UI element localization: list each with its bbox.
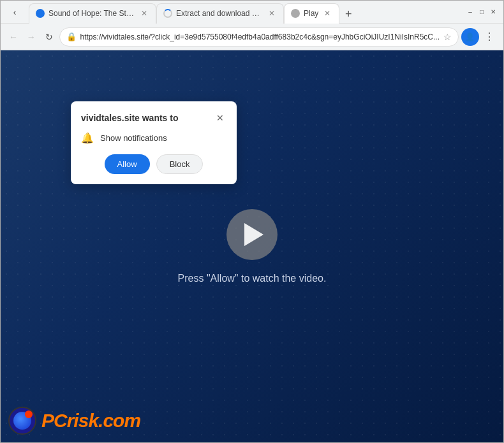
tab-3-close[interactable]: ✕: [322, 8, 332, 18]
nav-right-controls: 👤 ⋮: [461, 28, 498, 46]
back-button[interactable]: ‹: [6, 3, 24, 21]
pcrisk-logo-icon: [8, 407, 36, 435]
play-button[interactable]: [226, 209, 278, 260]
popup-close-button[interactable]: ✕: [214, 112, 226, 124]
window-controls: ‹: [6, 3, 24, 21]
play-triangle-icon: [244, 223, 263, 246]
tab-1[interactable]: Sound of Hope: The Story of... ✕: [29, 3, 156, 24]
popup-buttons: Allow Block: [81, 154, 226, 174]
popup-title: vividtales.site wants to: [81, 113, 179, 123]
back-nav-button[interactable]: ←: [6, 28, 21, 46]
url-text: https://vividtales.site/?click_id=3e9d57…: [80, 33, 440, 41]
popup-header: vividtales.site wants to ✕: [81, 112, 226, 124]
pcrisk-orange-text: risk.com: [67, 410, 140, 431]
forward-nav-button[interactable]: →: [24, 28, 39, 46]
tab-1-title: Sound of Hope: The Story of...: [48, 9, 135, 18]
tab-3[interactable]: Play ✕: [284, 3, 339, 24]
close-window-button[interactable]: ✕: [488, 7, 498, 17]
tabs-bar: Sound of Hope: The Story of... ✕ Extract…: [29, 1, 463, 24]
popup-row: 🔔 Show notifications: [81, 132, 226, 144]
tab-3-favicon: [291, 9, 300, 18]
new-tab-button[interactable]: +: [339, 6, 357, 24]
browser-window: ‹ Sound of Hope: The Story of... ✕ Extra…: [0, 0, 504, 443]
tab-1-close[interactable]: ✕: [139, 8, 149, 18]
press-allow-text: Press "Allow" to watch the video.: [178, 273, 327, 284]
pcrisk-gray-text: PC: [41, 410, 67, 431]
page-content: Press "Allow" to watch the video. PCrisk…: [1, 50, 503, 442]
pcrisk-dot: [25, 410, 33, 418]
tab-2-favicon: [163, 9, 172, 18]
block-button[interactable]: Block: [156, 154, 204, 174]
tab-3-title: Play: [304, 9, 318, 18]
popup-description: Show notifications: [100, 133, 167, 143]
tab-2-close[interactable]: ✕: [267, 8, 277, 18]
title-bar: ‹ Sound of Hope: The Story of... ✕ Extra…: [1, 1, 503, 24]
tab-1-favicon: [36, 9, 45, 18]
tab-2-title: Extract and download audio...: [176, 9, 263, 18]
bell-icon: 🔔: [81, 132, 94, 144]
refresh-button[interactable]: ↻: [41, 28, 57, 46]
allow-button[interactable]: Allow: [105, 154, 150, 174]
notification-popup: vividtales.site wants to ✕ 🔔 Show notifi…: [71, 101, 237, 184]
maximize-button[interactable]: □: [477, 7, 487, 17]
tab-2[interactable]: Extract and download audio... ✕: [156, 3, 284, 24]
pcrisk-watermark: PCrisk.com: [8, 407, 140, 435]
bookmark-icon[interactable]: ☆: [443, 32, 452, 42]
nav-bar: ← → ↻ 🔒 https://vividtales.site/?click_i…: [1, 24, 503, 50]
minimize-button[interactable]: –: [465, 7, 475, 17]
profile-button[interactable]: 👤: [461, 28, 479, 46]
menu-button[interactable]: ⋮: [480, 28, 498, 46]
pcrisk-text: PCrisk.com: [41, 410, 140, 432]
security-icon: 🔒: [66, 32, 77, 41]
address-bar[interactable]: 🔒 https://vividtales.site/?click_id=3e9d…: [59, 27, 459, 47]
